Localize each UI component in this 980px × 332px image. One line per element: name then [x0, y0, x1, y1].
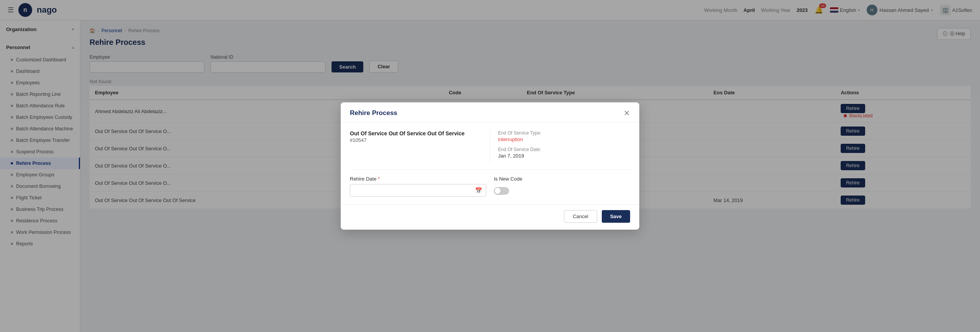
modal-service-info: End Of Service Type: interruption End Of… — [490, 130, 630, 163]
is-new-code-group: Is New Code — [494, 176, 630, 197]
is-new-code-label: Is New Code — [494, 176, 630, 182]
is-new-code-toggle[interactable] — [494, 187, 509, 195]
rehire-date-input[interactable] — [350, 184, 486, 197]
modal-employee-name: Out Of Service Out Of Service Out Of Ser… — [350, 130, 482, 136]
save-button[interactable]: Save — [602, 210, 630, 223]
eos-date-value: Jan 7, 2019 — [498, 153, 630, 159]
eos-date-label: End Of Service Date: — [498, 147, 630, 152]
modal-title: Rehire Process — [350, 109, 397, 117]
modal-employee-info: Out Of Service Out Of Service Out Of Ser… — [350, 130, 490, 163]
eos-type-label: End Of Service Type: — [498, 130, 630, 136]
toggle-wrap — [494, 187, 630, 195]
modal-header: Rehire Process ✕ — [341, 102, 639, 123]
toggle-knob — [495, 188, 501, 194]
cancel-button[interactable]: Cancel — [564, 210, 597, 223]
modal-form-row: Rehire Date * 📅 Is New Code — [350, 176, 630, 197]
rehire-modal: Rehire Process ✕ Out Of Service Out Of S… — [341, 102, 639, 230]
modal-employee-code: #10547 — [350, 137, 482, 143]
required-indicator: * — [378, 176, 380, 182]
eos-type-value: interruption — [498, 136, 630, 142]
modal-divider — [350, 169, 630, 170]
rehire-date-label: Rehire Date * — [350, 176, 486, 182]
rehire-date-group: Rehire Date * 📅 — [350, 176, 486, 197]
modal-body: Out Of Service Out Of Service Out Of Ser… — [341, 123, 639, 204]
modal-footer: Cancel Save — [341, 204, 639, 230]
modal-info-grid: Out Of Service Out Of Service Out Of Ser… — [350, 130, 630, 163]
modal-overlay: Rehire Process ✕ Out Of Service Out Of S… — [0, 0, 980, 332]
calendar-icon[interactable]: 📅 — [475, 187, 482, 194]
date-input-wrap: 📅 — [350, 184, 486, 197]
modal-close-button[interactable]: ✕ — [624, 109, 630, 117]
